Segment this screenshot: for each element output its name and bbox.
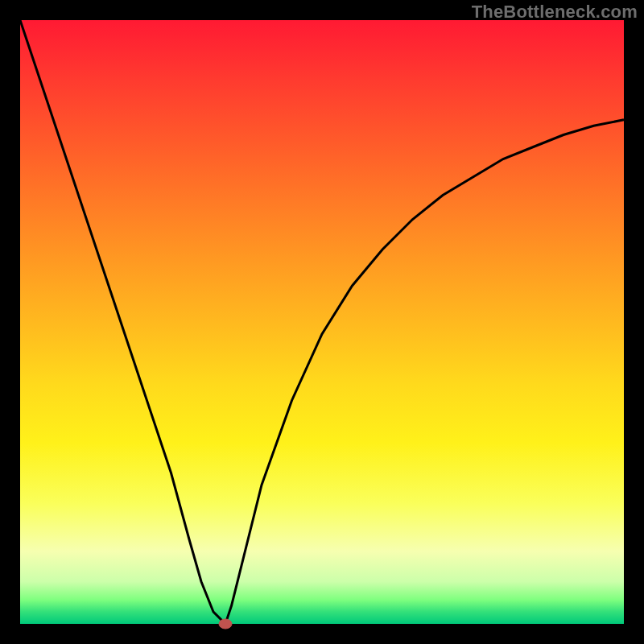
chart-frame: TheBottleneck.com [0,0,644,644]
optimal-point-marker [219,619,232,629]
plot-area [20,20,624,624]
chart-svg [20,20,624,624]
bottleneck-curve [20,20,624,624]
